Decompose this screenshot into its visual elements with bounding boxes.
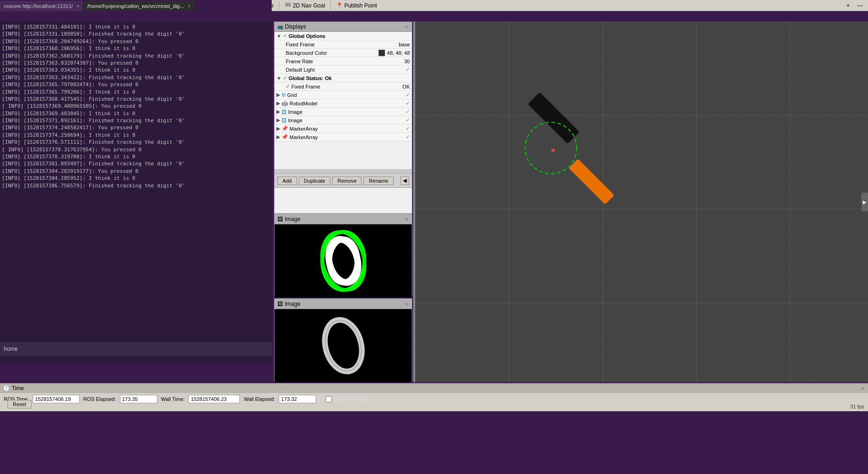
ros-elapsed-input[interactable] — [120, 395, 157, 403]
tab-roscore[interactable]: roscore http://localhost:11311/ × — [0, 1, 83, 11]
marker-2-icon: 📌 — [282, 134, 288, 140]
terminal-line: [INFO] [1528157374.248582417]: You press… — [2, 124, 270, 131]
terminal-bottom: home — [0, 342, 272, 356]
terminal-line: [INFO] [1528157365.797092474]: You press… — [2, 81, 270, 88]
image2-title-text: Image — [285, 301, 300, 307]
tab-mnist-close[interactable]: × — [188, 4, 191, 9]
terminal-line: [ INFO] [1528157369.480965505]: You pres… — [2, 103, 270, 110]
robot-model-checkbox[interactable]: ✓ — [406, 100, 410, 106]
expand-global-options[interactable]: ▼ — [276, 33, 282, 39]
displays-tree[interactable]: ▼ ✓ Global Options Fixed Frame base Back… — [274, 32, 412, 169]
display-image-1[interactable]: ▶ 🖼 Image ✓ — [274, 108, 412, 116]
ff-ok-label: Fixed Frame — [291, 84, 320, 89]
expand-robot-model[interactable]: ▶ — [276, 100, 280, 106]
marker-2-checkbox[interactable]: ✓ — [406, 134, 410, 140]
display-marker-array-2[interactable]: ▶ 📌 MarkerArray ✓ — [274, 133, 412, 141]
toolbar-extra-btn1[interactable]: + — [843, 1, 853, 10]
fixed-frame-value[interactable]: base — [399, 42, 410, 47]
global-options-checkbox[interactable]: ✓ — [283, 33, 287, 39]
terminal-line: [INFO] [1528157384.283919177]: You press… — [2, 168, 270, 175]
nav-icon: 🏁 — [284, 2, 291, 9]
image2-content — [274, 309, 412, 382]
reset-button[interactable]: Reset — [7, 400, 31, 408]
remove-display-button[interactable]: Remove — [332, 177, 362, 185]
display-frame-rate: Frame Rate 30 — [274, 57, 412, 66]
time-title: 🕐 Time × — [0, 384, 868, 393]
grid-label: Grid — [287, 92, 297, 98]
ros-time-input[interactable] — [33, 395, 80, 403]
default-light-checkbox[interactable]: ✓ — [406, 67, 410, 73]
fixed-frame-label: Fixed Frame — [282, 42, 315, 47]
terminal-line: [INFO] [1528157365.799206]: I think it i… — [2, 89, 270, 96]
viewport-collapse-btn[interactable]: ▶ — [861, 193, 868, 211]
time-clock-icon: 🕐 — [3, 385, 10, 392]
resize-handle[interactable] — [413, 22, 415, 382]
3d-viewport[interactable]: ▶ — [415, 22, 868, 382]
robot-model-label: RobotModel — [289, 101, 317, 106]
terminal-line: [INFO] [1528157386.756579]: Finished tra… — [2, 182, 270, 189]
expand-image-1[interactable]: ▶ — [276, 109, 280, 115]
image1-title: 🖼 Image × — [274, 214, 412, 224]
display-fixed-frame: Fixed Frame base — [274, 40, 412, 49]
rename-display-button[interactable]: Rename — [364, 177, 393, 185]
image1-title-text: Image — [285, 216, 300, 222]
terminal-cwd: home — [4, 346, 18, 352]
expand-grid[interactable]: ▶ — [276, 92, 280, 98]
time-close[interactable]: × — [861, 385, 865, 391]
experimental-checkbox[interactable] — [326, 396, 332, 402]
wall-elapsed-label: Wall Elapsed: — [244, 396, 275, 402]
global-status-checkbox[interactable]: ✓ — [283, 75, 287, 81]
collapse-button[interactable]: ◀ — [401, 176, 409, 185]
bg-color-value[interactable]: 48; 48; 48 — [378, 50, 410, 56]
terminal-line: [INFO] [1528157374.250694]: I think it i… — [2, 132, 270, 139]
tab-bar: roscore http://localhost:11311/ × /home/… — [0, 0, 272, 11]
tab-mnist-label: /home/hyojeong/catkin_ws/src/mnist_dig..… — [87, 3, 184, 9]
wall-time-input[interactable] — [188, 395, 240, 403]
image-2-checkbox[interactable]: ✓ — [406, 117, 410, 123]
tab-roscore-label: roscore http://localhost:11311/ — [4, 3, 73, 9]
duplicate-display-button[interactable]: Duplicate — [299, 177, 331, 185]
terminal-line: [INFO] [1528157363.343422]: Finished tra… — [2, 74, 270, 81]
frame-rate-label: Frame Rate — [282, 59, 313, 64]
publish-point-button[interactable]: 📍 Publish Point — [333, 1, 380, 10]
image2-icon: 🖼 — [277, 301, 283, 307]
displays-close[interactable]: × — [404, 24, 409, 30]
toolbar-extra-btn2[interactable]: — — [854, 1, 866, 10]
marker-1-checkbox[interactable]: ✓ — [406, 126, 410, 132]
expand-image-2[interactable]: ▶ — [276, 117, 280, 123]
display-marker-array-1[interactable]: ▶ 📌 MarkerArray ✓ — [274, 125, 412, 133]
image2-title: 🖼 Image × — [274, 299, 412, 309]
display-grid[interactable]: ▶ ⊞ Grid ✓ — [274, 91, 412, 99]
expand-marker-1[interactable]: ▶ — [276, 126, 280, 132]
wall-elapsed-input[interactable] — [279, 395, 316, 403]
bg-color-swatch — [378, 50, 385, 56]
fps-counter: 31 fps — [850, 404, 864, 409]
publish-icon: 📍 — [336, 2, 343, 9]
expand-global-status[interactable]: ▼ — [276, 75, 282, 81]
image2-svg — [297, 311, 390, 381]
add-display-button[interactable]: Add — [277, 177, 297, 185]
ff-ok-check: ✓ — [282, 83, 290, 89]
tab-roscore-close[interactable]: × — [76, 4, 79, 9]
frame-rate-value[interactable]: 30 — [404, 59, 410, 64]
display-global-status[interactable]: ▼ ✓ Global Status: Ok — [274, 74, 412, 82]
expand-marker-2[interactable]: ▶ — [276, 134, 280, 140]
display-robot-model[interactable]: ▶ 🤖 RobotModel ✓ — [274, 99, 412, 108]
display-global-options[interactable]: ▼ ✓ Global Options — [274, 32, 412, 40]
default-light-label: Default Light — [282, 67, 315, 73]
global-options-label: Global Options — [289, 33, 326, 39]
image2-close[interactable]: × — [404, 301, 409, 307]
image2-panel: 🖼 Image × — [274, 298, 412, 382]
tab-mnist[interactable]: /home/hyojeong/catkin_ws/src/mnist_dig..… — [83, 1, 195, 11]
time-panel: 🕐 Time × ROS Time: ROS Elapsed: Wall Tim… — [0, 383, 868, 411]
grid-checkbox[interactable]: ✓ — [406, 92, 410, 98]
image1-close[interactable]: × — [404, 216, 409, 222]
nav-goal-button[interactable]: 🏁 2D Nav Goal — [281, 1, 328, 10]
marker-1-icon: 📌 — [282, 126, 288, 132]
terminal-line: [INFO] [1528157362.560179]: Finished tra… — [2, 52, 270, 59]
image-1-checkbox[interactable]: ✓ — [406, 109, 410, 115]
terminal-panel[interactable]: [INFO] [1528157331.484101]: I think it i… — [0, 22, 272, 363]
image-1-label: Image — [288, 109, 303, 115]
display-image-2[interactable]: ▶ 🖼 Image ✓ — [274, 116, 412, 125]
image-2-icon: 🖼 — [282, 118, 287, 123]
